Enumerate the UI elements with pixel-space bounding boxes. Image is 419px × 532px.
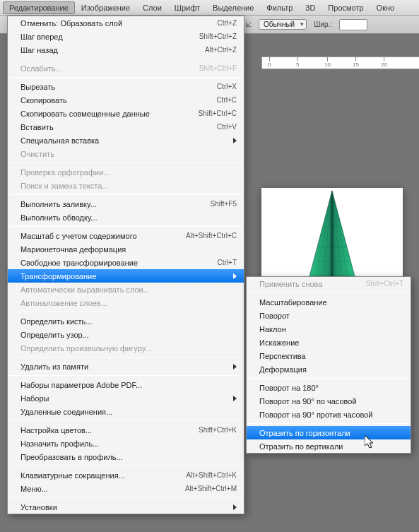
edit-menu-item[interactable]: Трансформирование	[8, 269, 244, 283]
menu-item-label: Выполнить обводку...	[20, 213, 97, 222]
edit-menu-item[interactable]: Определить узор...	[8, 328, 244, 341]
edit-menu-item[interactable]: Наборы	[8, 391, 244, 405]
menu-item-label: Определить произвольную фигуру...	[20, 344, 151, 353]
edit-menu-item[interactable]: ВырезатьCtrl+X	[8, 80, 244, 93]
menu-item-label: Наклон	[259, 325, 286, 333]
menu-item-label: Скопировать	[20, 96, 67, 105]
menubar-item-filter[interactable]: Фильтр	[260, 1, 299, 14]
menu-item-label: Шаг вперед	[20, 32, 63, 41]
transform-submenu-item[interactable]: Деформация	[247, 362, 411, 376]
edit-menu-item[interactable]: Клавиатурные сокращения...Alt+Shift+Ctrl…	[8, 468, 244, 482]
edit-menu-item[interactable]: Назначить профиль...	[8, 437, 244, 450]
edit-menu-item[interactable]: Скопировать совмещенные данныеShift+Ctrl…	[8, 107, 244, 120]
transform-submenu-item[interactable]: Наклон	[247, 322, 411, 336]
edit-menu-item[interactable]: Преобразовать в профиль...	[8, 450, 244, 463]
menu-item-label: Наборы параметров Adobe PDF...	[20, 381, 142, 389]
edit-menu-item[interactable]: СкопироватьCtrl+C	[8, 93, 244, 107]
menu-item-label: Проверка орфографии...	[20, 168, 110, 177]
edit-menu-separator	[9, 375, 242, 376]
edit-menu-item[interactable]: Настройка цветов...Shift+Ctrl+K	[8, 423, 244, 437]
transform-submenu-item: Применить сноваShift+Ctrl+T	[247, 277, 411, 290]
menu-item-label: Применить снова	[259, 280, 322, 288]
menubar-item-3d[interactable]: 3D	[299, 1, 321, 14]
edit-menu-separator	[9, 466, 242, 466]
menu-item-shortcut: Shift+Ctrl+F	[199, 64, 237, 72]
menubar-item-edit[interactable]: Редактирование	[3, 1, 75, 14]
menu-item-label: Наборы	[20, 394, 49, 403]
ruler-tick: 5	[296, 57, 299, 68]
menu-item-label: Удалить из памяти	[20, 362, 88, 371]
edit-menu-item[interactable]: Марионеточная деформация	[8, 242, 244, 256]
menu-item-label: Поворот на 180°	[259, 384, 319, 392]
edit-menu-item[interactable]: ВставитьCtrl+V	[8, 120, 244, 134]
menu-item-label: Определить кисть...	[20, 317, 92, 326]
menu-item-shortcut: Shift+Ctrl+T	[366, 280, 403, 288]
edit-menu-item[interactable]: Удалить из памяти	[8, 360, 244, 373]
edit-menu: Отменить: Образовать слойCtrl+ZШаг впере…	[7, 16, 244, 514]
edit-menu-item[interactable]: Удаленные соединения...	[8, 405, 244, 418]
transform-submenu-separator	[248, 292, 409, 293]
style-select[interactable]: Обычный	[259, 19, 307, 30]
menu-item-label: Шаг назад	[20, 46, 58, 54]
edit-menu-item: Автоналожение слоев...	[8, 296, 244, 309]
menubar-item-font[interactable]: Шрифт	[168, 1, 206, 14]
edit-menu-item[interactable]: Специальная вставка	[8, 134, 244, 147]
menu-item-shortcut: Shift+Ctrl+Z	[199, 32, 237, 40]
menu-item-shortcut: Alt+Shift+Ctrl+C	[186, 232, 237, 240]
chevron-right-icon	[233, 504, 237, 510]
menu-item-shortcut: Shift+F5	[210, 200, 237, 208]
edit-menu-item[interactable]: Масштаб с учетом содержимогоAlt+Shift+Ct…	[8, 229, 244, 242]
menubar-item-window[interactable]: Окно	[370, 1, 401, 14]
edit-menu-item[interactable]: Выполнить заливку...Shift+F5	[8, 197, 244, 211]
transform-submenu-item[interactable]: Перспектива	[247, 349, 411, 362]
menu-item-label: Искажение	[259, 338, 299, 347]
edit-menu-item[interactable]: Определить кисть...	[8, 314, 244, 328]
menu-item-label: Скопировать совмещенные данные	[20, 110, 150, 118]
width-input[interactable]	[339, 19, 367, 30]
menu-item-label: Специальная вставка	[20, 136, 99, 145]
transform-submenu-item[interactable]: Поворот на 90° против часовой	[247, 408, 411, 421]
menu-item-label: Вставить	[20, 123, 54, 131]
menu-item-label: Отразить по вертикали	[259, 442, 343, 451]
edit-menu-item[interactable]: Наборы параметров Adobe PDF...	[8, 378, 244, 391]
menubar-item-view[interactable]: Просмотр	[321, 1, 370, 14]
edit-menu-item[interactable]: Шаг впередShift+Ctrl+Z	[8, 30, 244, 43]
menu-item-shortcut: Ctrl+X	[217, 83, 237, 90]
edit-menu-item: Поиск и замена текста...	[8, 179, 244, 192]
menu-item-label: Перспектива	[259, 352, 306, 360]
edit-menu-item[interactable]: Установки	[8, 500, 244, 514]
transform-submenu-item[interactable]: Поворот на 90° по часовой	[247, 394, 411, 408]
edit-menu-separator	[9, 420, 242, 421]
menubar-item-select[interactable]: Выделение	[206, 1, 260, 14]
menu-item-label: Автоматически выравнивать слои...	[20, 285, 150, 294]
document-artwork	[300, 191, 364, 290]
ruler-tick: 10	[324, 57, 331, 68]
menu-item-label: Поворот на 90° против часовой	[259, 410, 373, 419]
transform-submenu-item[interactable]: Отразить по вертикали	[247, 439, 411, 453]
menu-item-label: Поиск и замена текста...	[20, 182, 109, 190]
menu-item-shortcut: Ctrl+T	[218, 259, 237, 266]
transform-submenu-item[interactable]: Отразить по горизонтали	[247, 426, 411, 439]
menu-item-shortcut: Alt+Shift+Ctrl+K	[187, 471, 237, 479]
edit-menu-item[interactable]: Шаг назадAlt+Ctrl+Z	[8, 43, 244, 57]
transform-submenu-item[interactable]: Искажение	[247, 336, 411, 349]
chevron-right-icon	[233, 138, 237, 143]
menu-item-label: Масштабирование	[259, 298, 327, 307]
transform-submenu-item[interactable]: Масштабирование	[247, 295, 411, 309]
chevron-right-icon	[233, 364, 237, 370]
edit-menu-item[interactable]: Выполнить обводку...	[8, 211, 244, 224]
edit-menu-item[interactable]: Отменить: Образовать слойCtrl+Z	[8, 16, 244, 30]
menu-item-label: Деформация	[259, 365, 307, 374]
menu-item-label: Автоналожение слоев...	[20, 299, 107, 307]
edit-menu-separator	[9, 357, 242, 357]
edit-menu-item[interactable]: Свободное трансформированиеCtrl+T	[8, 256, 244, 269]
menu-item-label: Меню...	[20, 485, 48, 493]
edit-menu-separator	[9, 77, 242, 78]
menu-item-label: Клавиатурные сокращения...	[20, 471, 125, 480]
transform-submenu-item[interactable]: Поворот	[247, 309, 411, 322]
menubar-item-image[interactable]: Изображение	[75, 1, 136, 14]
edit-menu-separator	[9, 312, 242, 312]
menubar-item-layers[interactable]: Слои	[136, 1, 168, 14]
transform-submenu-item[interactable]: Поворот на 180°	[247, 381, 411, 394]
edit-menu-item[interactable]: Меню...Alt+Shift+Ctrl+M	[8, 482, 244, 495]
